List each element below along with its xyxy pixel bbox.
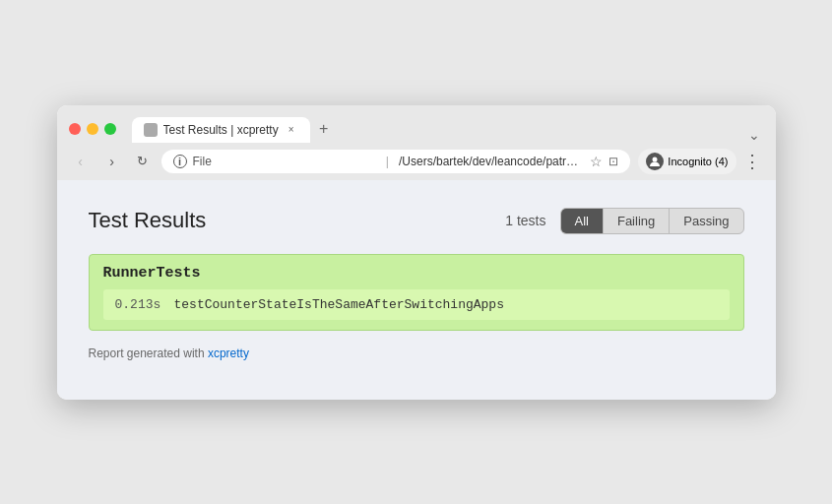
tab-close-button[interactable]: ×: [285, 123, 298, 137]
new-tab-button[interactable]: +: [310, 115, 338, 143]
address-bar: ‹ › ↻ i File | /Users/bartek/dev/leancod…: [57, 143, 776, 180]
right-actions: Incognito (4) ⋮: [638, 149, 763, 174]
tab-bar: Test Results | xcpretty × + ⌄: [132, 115, 764, 143]
table-row: 0.213s testCounterStateIsTheSameAfterSwi…: [103, 289, 730, 320]
profile-button[interactable]: Incognito (4): [638, 149, 736, 174]
profile-label: Incognito (4): [668, 156, 728, 167]
url-separator: |: [386, 155, 389, 168]
xcpretty-link[interactable]: xcpretty: [208, 346, 249, 360]
title-bar: Test Results | xcpretty × + ⌄: [57, 105, 776, 143]
reader-icon[interactable]: ⊡: [608, 155, 618, 168]
filter-buttons: All Failing Passing: [560, 208, 744, 234]
menu-button[interactable]: ⋮: [740, 150, 764, 173]
tab-end: ⌄: [338, 127, 764, 143]
browser-window: Test Results | xcpretty × + ⌄ ‹ › ↻ i Fi…: [57, 105, 776, 400]
page-content: Test Results 1 tests All Failing Passing…: [57, 180, 776, 400]
results-box: RunnerTests 0.213s testCounterStateIsThe…: [89, 254, 744, 331]
profile-icon: [646, 153, 664, 170]
test-duration: 0.213s: [115, 297, 164, 312]
forward-button[interactable]: ›: [100, 150, 124, 173]
close-button[interactable]: [69, 123, 81, 135]
filter-all-button[interactable]: All: [561, 209, 603, 233]
refresh-button[interactable]: ↻: [132, 151, 154, 172]
info-icon: i: [173, 155, 187, 168]
tab-favicon: [144, 123, 158, 137]
header-right: 1 tests All Failing Passing: [505, 208, 743, 234]
tab-title: Test Results | xcpretty: [163, 123, 279, 137]
page-header: Test Results 1 tests All Failing Passing: [89, 208, 744, 234]
filter-passing-button[interactable]: Passing: [669, 209, 742, 233]
minimize-button[interactable]: [87, 123, 98, 135]
traffic-lights: [69, 123, 116, 135]
svg-point-0: [653, 157, 658, 161]
maximize-button[interactable]: [104, 123, 116, 135]
back-icon: ‹: [78, 154, 83, 169]
filter-failing-button[interactable]: Failing: [603, 209, 669, 233]
url-protocol: File: [193, 155, 378, 168]
refresh-icon: ↻: [137, 154, 148, 168]
bookmark-icon[interactable]: ☆: [590, 154, 603, 169]
suite-name: RunnerTests: [103, 265, 730, 282]
tab-chevron-icon[interactable]: ⌄: [748, 127, 760, 143]
url-path: /Users/bartek/dev/leancode/patrol/packag…: [399, 155, 584, 168]
footer-prefix: Report generated with: [89, 346, 208, 360]
back-button[interactable]: ‹: [69, 150, 93, 173]
page-title: Test Results: [89, 208, 207, 233]
report-footer: Report generated with xcpretty: [89, 346, 744, 360]
forward-icon: ›: [109, 154, 114, 169]
active-tab[interactable]: Test Results | xcpretty ×: [132, 117, 310, 143]
test-count: 1 tests: [505, 213, 545, 228]
url-actions: ☆ ⊡: [590, 154, 618, 169]
url-bar[interactable]: i File | /Users/bartek/dev/leancode/patr…: [161, 150, 631, 173]
test-name: testCounterStateIsTheSameAfterSwitchingA…: [174, 297, 504, 312]
